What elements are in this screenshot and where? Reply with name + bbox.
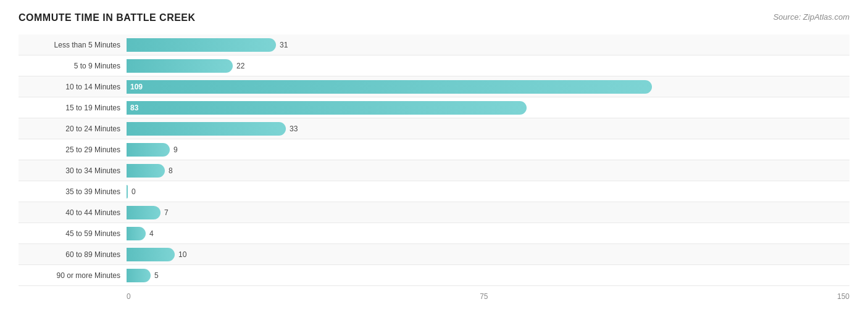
bar-track: 10 [127, 244, 849, 264]
table-row: 10 to 14 Minutes109 [19, 76, 849, 97]
source-label: Source: ZipAtlas.com [773, 12, 849, 22]
x-axis-label: 0 [127, 292, 131, 301]
x-axis-labels: 075150 [127, 290, 849, 301]
bar-fill [127, 248, 175, 261]
bar-fill [127, 185, 128, 198]
bar-value: 0 [131, 187, 136, 196]
bar-track: 7 [127, 202, 849, 223]
bar-label: 20 to 24 Minutes [19, 125, 127, 133]
table-row: 15 to 19 Minutes83 [19, 97, 849, 118]
table-row: 5 to 9 Minutes22 [19, 55, 849, 76]
bar-label: 40 to 44 Minutes [19, 208, 127, 217]
bar-value: 8 [169, 166, 173, 175]
bar-track: 33 [127, 118, 849, 139]
bar-track: 9 [127, 139, 849, 160]
bar-track: 4 [127, 223, 849, 243]
bar-fill [127, 122, 286, 136]
bar-value: 31 [280, 41, 288, 49]
chart-area: Less than 5 Minutes315 to 9 Minutes2210 … [19, 35, 849, 286]
table-row: 90 or more Minutes5 [19, 265, 849, 286]
bar-track: 22 [127, 55, 849, 76]
bar-label: 35 to 39 Minutes [19, 187, 127, 196]
bar-value: 4 [149, 229, 154, 238]
bar-value: 22 [236, 62, 244, 70]
bar-track: 8 [127, 160, 849, 181]
bar-value: 10 [178, 250, 186, 259]
table-row: Less than 5 Minutes31 [19, 35, 849, 55]
bar-value: 33 [290, 125, 298, 133]
table-row: 30 to 34 Minutes8 [19, 160, 849, 181]
bar-value: 9 [173, 145, 178, 154]
table-row: 35 to 39 Minutes0 [19, 181, 849, 202]
bar-value: 83 [130, 104, 138, 112]
bar-label: 25 to 29 Minutes [19, 145, 127, 154]
bar-track: 109 [127, 76, 849, 97]
bar-label: 10 to 14 Minutes [19, 83, 127, 91]
chart-header: COMMUTE TIME IN BATTLE CREEK Source: Zip… [19, 12, 849, 23]
bar-fill [127, 269, 151, 282]
bar-fill [127, 38, 276, 52]
bar-fill: 83 [127, 101, 527, 115]
chart-title: COMMUTE TIME IN BATTLE CREEK [19, 12, 196, 23]
bar-fill: 109 [127, 80, 652, 94]
bar-label: 90 or more Minutes [19, 271, 127, 280]
bar-track: 5 [127, 265, 849, 285]
bar-fill [127, 143, 170, 157]
bar-fill [127, 227, 146, 240]
bar-fill [127, 206, 161, 219]
bar-value: 5 [154, 271, 159, 280]
bar-label: 5 to 9 Minutes [19, 62, 127, 70]
table-row: 25 to 29 Minutes9 [19, 139, 849, 160]
x-axis-label: 75 [480, 292, 488, 301]
bar-fill [127, 59, 233, 73]
bar-label: 15 to 19 Minutes [19, 104, 127, 112]
bar-label: Less than 5 Minutes [19, 41, 127, 49]
bar-label: 45 to 59 Minutes [19, 229, 127, 238]
bar-value: 7 [164, 208, 169, 217]
bar-track: 83 [127, 97, 849, 118]
bar-fill [127, 164, 165, 178]
bar-track: 0 [127, 181, 849, 202]
bar-value: 109 [130, 83, 143, 91]
table-row: 60 to 89 Minutes10 [19, 244, 849, 265]
x-axis-label: 150 [837, 292, 849, 301]
table-row: 45 to 59 Minutes4 [19, 223, 849, 244]
table-row: 20 to 24 Minutes33 [19, 118, 849, 139]
table-row: 40 to 44 Minutes7 [19, 202, 849, 223]
bar-track: 31 [127, 35, 849, 55]
bar-label: 30 to 34 Minutes [19, 166, 127, 175]
x-axis: 075150 [19, 290, 849, 301]
bar-label: 60 to 89 Minutes [19, 250, 127, 259]
